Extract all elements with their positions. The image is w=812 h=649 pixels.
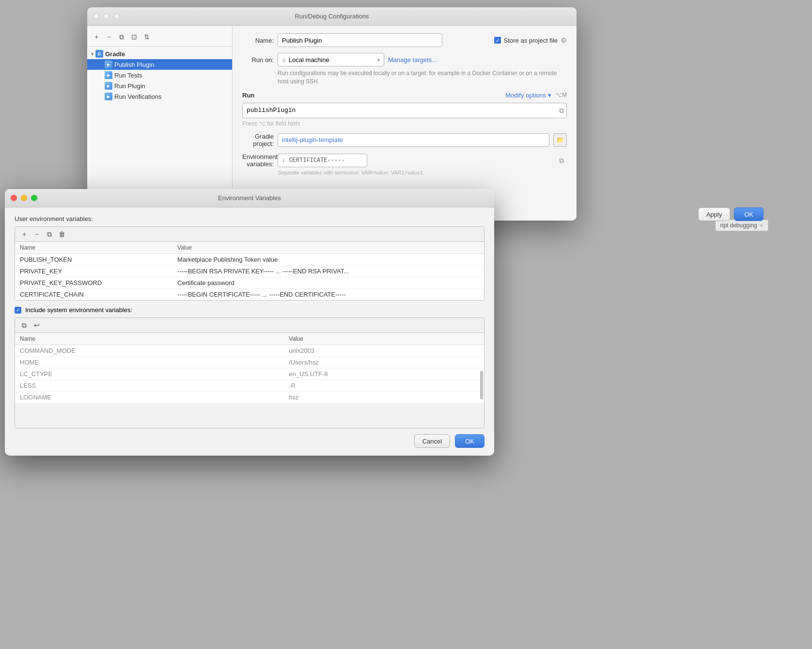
scrollbar-track[interactable] xyxy=(479,333,483,428)
gear-icon[interactable]: ⚙ xyxy=(561,36,567,44)
env-copy-icon[interactable]: ⧉ xyxy=(559,156,564,164)
main-footer-buttons: Apply OK xyxy=(698,207,764,221)
scrollbar-thumb[interactable] xyxy=(480,371,483,399)
sys-row-name: LESS xyxy=(15,380,284,392)
env-maximize-button[interactable] xyxy=(31,195,37,201)
sys-env-table: Name Value COMMAND_MODE unix2003 HOME /U… xyxy=(15,333,484,403)
table-row: HOME /Users/hsz xyxy=(15,357,484,368)
run-section-title: Run xyxy=(242,92,254,99)
gradle-project-row: Gradle project: 📁 xyxy=(242,133,567,147)
delete-var-button[interactable]: 🗑 xyxy=(57,229,67,239)
sidebar-item-run-plugin[interactable]: ▶ Run Plugin xyxy=(87,80,232,91)
include-sys-env-label: Include system environment variables: xyxy=(25,306,132,314)
script-debug-badge: ript debugging × xyxy=(715,220,769,231)
chevron-down-icon: ▾ xyxy=(91,51,94,57)
row-value: -----BEGIN CERTIFICATE----- ... -----END… xyxy=(172,289,484,301)
copy-config-button[interactable]: ⧉ xyxy=(116,32,127,42)
copy-icon[interactable]: ⧉ xyxy=(559,106,564,114)
env-minimize-button[interactable] xyxy=(21,195,27,201)
run-verifications-label: Run Verifications xyxy=(114,93,162,100)
gradle-group-label: Gradle xyxy=(105,50,125,58)
table-row: LOGNAME hsz xyxy=(15,392,484,403)
ok-button-env[interactable]: OK xyxy=(455,434,484,448)
sys-row-value: /Users/hsz xyxy=(284,357,484,368)
run-on-value: Local machine xyxy=(289,56,329,63)
row-name: PRIVATE_KEY_PASSWORD xyxy=(15,277,172,289)
maximize-button[interactable] xyxy=(113,13,120,19)
sys-env-toolbar: ⧉ ↩ xyxy=(15,318,484,333)
user-env-label: User environment variables: xyxy=(15,215,484,222)
home-icon: ⌂ xyxy=(282,56,286,63)
env-vars-label: Environment variables: xyxy=(242,153,274,168)
copy-var-button[interactable]: ⧉ xyxy=(44,229,55,239)
run-on-row: Run on: ⌂ Local machine ▾ Manage targets… xyxy=(242,53,567,66)
window-title: Run/Debug Configurations xyxy=(295,13,369,20)
gradle-project-input[interactable] xyxy=(278,133,549,147)
sidebar-item-run-tests[interactable]: ▶ Run Tests xyxy=(87,70,232,80)
name-row: Name: ✓ Store as project file ⚙ xyxy=(242,33,567,47)
include-sys-env-row: ✓ Include system environment variables: xyxy=(15,306,484,314)
gradle-project-label: Gradle project: xyxy=(242,133,274,147)
sys-row-value: hsz xyxy=(284,392,484,403)
env-vars-row: Environment variables: ⧉ xyxy=(242,153,567,168)
sys-row-value: en_US.UTF-8 xyxy=(284,368,484,380)
sort-button[interactable]: ⇅ xyxy=(141,32,152,42)
gradle-group[interactable]: ▾ G Gradle xyxy=(87,48,232,59)
row-value: Marketplace Publishing Token value xyxy=(172,254,484,266)
add-var-button[interactable]: + xyxy=(19,229,30,239)
name-input[interactable] xyxy=(278,33,442,47)
minimize-button[interactable] xyxy=(103,13,109,19)
sys-row-value: unix2003 xyxy=(284,345,484,357)
ok-button-main[interactable]: OK xyxy=(734,207,764,221)
add-config-button[interactable]: + xyxy=(91,32,102,42)
row-name: CERTIFICATE_CHAIN xyxy=(15,289,172,301)
include-sys-env-checkbox[interactable]: ✓ xyxy=(15,307,21,314)
dialog-buttons: Cancel OK xyxy=(15,428,484,448)
remove-var-button[interactable]: − xyxy=(31,229,42,239)
table-row[interactable]: PUBLISH_TOKEN Marketplace Publishing Tok… xyxy=(15,254,484,266)
row-name: PUBLISH_TOKEN xyxy=(15,254,172,266)
user-env-table: Name Value PUBLISH_TOKEN Marketplace Pub… xyxy=(15,242,484,300)
config-icon-3: ▶ xyxy=(105,82,112,90)
undo-sys-button[interactable]: ↩ xyxy=(31,320,42,331)
table-row: LESS -R xyxy=(15,380,484,392)
check-icon: ✓ xyxy=(496,38,500,43)
config-icon-2: ▶ xyxy=(105,71,112,79)
name-label: Name: xyxy=(242,37,274,44)
browse-folder-button[interactable]: 📁 xyxy=(553,133,567,147)
move-to-folder-button[interactable]: ⊡ xyxy=(129,32,140,42)
env-hint: Separate variables with semicolon: VAR=v… xyxy=(278,170,567,175)
table-row[interactable]: PRIVATE_KEY_PASSWORD Certificate passwor… xyxy=(15,277,484,289)
env-vars-input[interactable] xyxy=(278,154,367,167)
sys-row-name: COMMAND_MODE xyxy=(15,345,284,357)
manage-targets-link[interactable]: Manage targets... xyxy=(388,56,437,63)
run-debug-titlebar: Run/Debug Configurations xyxy=(87,7,577,26)
store-project-checkbox[interactable]: ✓ xyxy=(494,37,501,44)
col-header-value: Value xyxy=(172,242,484,254)
script-debug-label: ript debugging xyxy=(720,222,757,229)
chevron-down-icon-2: ▾ xyxy=(548,92,551,99)
help-text: Run configurations may be executed local… xyxy=(278,69,567,86)
copy-sys-button[interactable]: ⧉ xyxy=(19,320,30,331)
run-code-input[interactable] xyxy=(242,103,567,118)
store-project-row: ✓ Store as project file ⚙ xyxy=(494,36,567,44)
cancel-button[interactable]: Cancel xyxy=(414,434,450,448)
env-dialog-title: Environment Variables xyxy=(218,194,281,202)
window-controls xyxy=(93,13,120,19)
remove-config-button[interactable]: − xyxy=(104,32,114,42)
check-icon-2: ✓ xyxy=(16,307,20,313)
run-on-dropdown[interactable]: ⌂ Local machine ▾ xyxy=(278,53,384,66)
store-project-label: Store as project file xyxy=(504,37,558,44)
sidebar-item-publish-plugin[interactable]: ▶ Publish Plugin xyxy=(87,59,232,70)
sidebar-item-run-verifications[interactable]: ▶ Run Verifications xyxy=(87,91,232,102)
modify-options-label: Modify options xyxy=(505,92,546,99)
close-button[interactable] xyxy=(93,13,99,19)
table-row[interactable]: PRIVATE_KEY -----BEGIN RSA PRIVATE KEY--… xyxy=(15,266,484,277)
apply-button[interactable]: Apply xyxy=(698,207,731,221)
badge-close-button[interactable]: × xyxy=(760,222,763,228)
sys-row-value: -R xyxy=(284,380,484,392)
run-tests-label: Run Tests xyxy=(114,72,142,79)
modify-options-button[interactable]: Modify options ▾ ⌥M xyxy=(505,92,567,99)
env-close-button[interactable] xyxy=(11,195,17,201)
table-row[interactable]: CERTIFICATE_CHAIN -----BEGIN CERTIFICATE… xyxy=(15,289,484,301)
